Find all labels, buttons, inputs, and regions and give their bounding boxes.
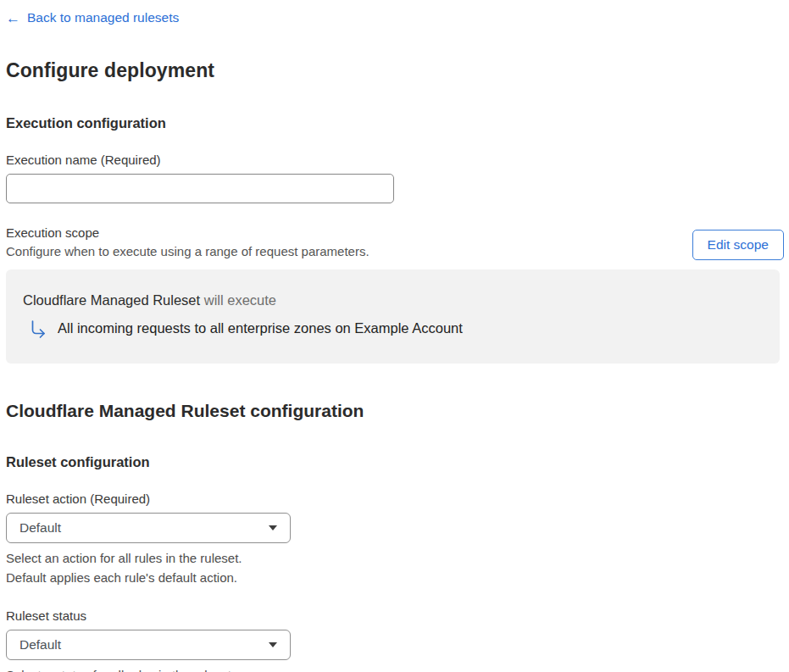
back-arrow-icon: ← <box>6 11 20 25</box>
execution-summary-headline: Cloudflare Managed Ruleset will execute <box>23 292 763 308</box>
ruleset-action-select[interactable]: Default <box>6 513 291 543</box>
ruleset-action-help-line-2: Default applies each rule's default acti… <box>6 568 784 587</box>
execution-name-input[interactable] <box>6 174 394 203</box>
ruleset-action-label: Ruleset action (Required) <box>6 492 784 506</box>
configure-deployment-page: ← Back to managed rulesets Configure dep… <box>0 0 789 672</box>
execution-configuration-heading: Execution configuration <box>6 115 784 131</box>
caret-down-icon <box>269 642 277 647</box>
back-link-label: Back to managed rulesets <box>27 10 179 25</box>
execution-name-label: Execution name (Required) <box>6 153 784 167</box>
ruleset-configuration-subheading: Ruleset configuration <box>6 454 784 470</box>
will-execute-text: will execute <box>200 292 276 308</box>
ruleset-status-help-line-1: Select a status for all rules in the rul… <box>6 665 784 672</box>
ruleset-status-select[interactable]: Default <box>6 630 291 660</box>
ruleset-configuration-title: Cloudflare Managed Ruleset configuration <box>6 401 784 421</box>
page-title: Configure deployment <box>6 59 784 82</box>
ruleset-action-help: Select an action for all rules in the ru… <box>6 548 784 587</box>
execution-scope-text: Execution scope Configure when to execut… <box>6 225 369 258</box>
execution-summary-scope-line: All incoming requests to all enterprise … <box>29 319 763 338</box>
ruleset-status-help: Select a status for all rules in the rul… <box>6 665 784 672</box>
execution-summary-box: Cloudflare Managed Ruleset will execute … <box>6 269 780 364</box>
execution-summary-scope-text: All incoming requests to all enterprise … <box>58 320 463 336</box>
execution-scope-row: Execution scope Configure when to execut… <box>6 225 784 260</box>
ruleset-name-text: Cloudflare Managed Ruleset <box>23 292 200 308</box>
ruleset-status-selected-value: Default <box>19 637 61 653</box>
edit-scope-button[interactable]: Edit scope <box>692 230 784 260</box>
corner-down-right-arrow-icon <box>29 319 47 338</box>
execution-scope-description: Configure when to execute using a range … <box>6 244 369 258</box>
back-to-managed-rulesets-link[interactable]: ← Back to managed rulesets <box>6 10 179 25</box>
ruleset-action-help-line-1: Select an action for all rules in the ru… <box>6 548 784 568</box>
ruleset-action-selected-value: Default <box>19 520 61 536</box>
ruleset-status-label: Ruleset status <box>6 608 784 623</box>
caret-down-icon <box>269 525 277 530</box>
execution-scope-label: Execution scope <box>6 225 369 240</box>
